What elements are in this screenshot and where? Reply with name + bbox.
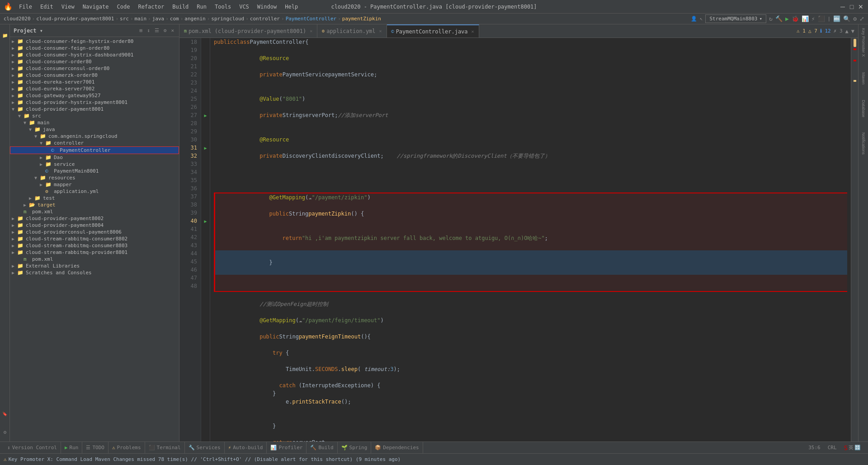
translate-icon[interactable]: 🔤 [833,15,840,22]
build-icon[interactable]: 🔨 [775,15,783,22]
tree-item[interactable]: ▶📁 cloud-consumer-feign-order80 [10,45,179,52]
coverage-icon[interactable]: 📊 [802,15,809,22]
gutter-run-icon[interactable]: ▶ [204,113,207,118]
sidebar-settings-icon[interactable]: ⚙ [162,27,168,34]
tree-item[interactable]: ▶📁 cloud-provider-hystrix-payment8001 [10,99,179,106]
tree-item[interactable]: ▶📁 cloud-eureka-server7002 [10,85,179,92]
tree-item[interactable]: ▼📁 java [10,126,179,133]
gutter-run-icon3[interactable]: ▶ [204,219,207,224]
tree-item-pom-xml[interactable]: m pom.xml [10,208,179,215]
todo-btn[interactable]: ☰ TODO [82,442,108,454]
notifications-icon[interactable]: Notifications [860,131,867,156]
tree-item-payment-controller[interactable]: © PaymentController [10,146,179,154]
tree-item-pom2[interactable]: m pom.xml [10,256,179,263]
stop-icon[interactable]: ⬛ [818,15,825,22]
sidebar-layout-icon[interactable]: ⊞ [138,27,144,34]
menu-edit[interactable]: Edit [37,3,57,11]
project-icon[interactable]: 📁 [1,26,9,44]
breadcrumb-item[interactable]: angenin [184,16,205,22]
menu-file[interactable]: File [15,3,36,11]
sidebar-sort-icon[interactable]: ↕ [146,27,151,34]
database-icon[interactable]: Database [860,98,867,119]
tree-item[interactable]: ▶📁 cloud-consumer-feign-hystrix-order80 [10,38,179,45]
gutter-run-icon2[interactable]: ▶ [204,146,207,150]
close-button[interactable]: ✕ [857,3,864,10]
tree-item-service[interactable]: ▶📁 service [10,161,179,168]
services-btn[interactable]: 🔧 Services [185,442,225,454]
run-config-select[interactable]: StreamMQMain8803 ▾ [705,14,766,23]
breadcrumb-item[interactable]: paymentZipkin [342,16,381,22]
profiler-btn[interactable]: 📊 Profiler [267,442,307,454]
menu-window[interactable]: Window [254,3,280,11]
tree-item-scratches[interactable]: ▶📁 Scratches and Consoles [10,269,179,276]
expand-tab-icon[interactable]: ▲ [845,28,849,34]
run-icon[interactable]: ▶ [785,15,789,22]
structure-icon[interactable]: ⚙ [1,423,9,442]
expand-icon[interactable]: ⤢ [859,15,864,22]
breadcrumb-item[interactable]: controller [250,16,280,22]
bookmarks-icon[interactable]: 🔖 [1,404,9,423]
run-btn[interactable]: ▶ Run [61,442,83,454]
tree-item[interactable]: ▶📁 cloud-consumerzk-order80 [10,72,179,79]
tree-item[interactable]: ▶📁 cloud-stream-rabbitmq-consumer8802 [10,235,179,242]
breadcrumb-item[interactable]: springcloud [211,16,244,22]
tree-item[interactable]: ▶📁 cloud-consumerconsul-order80 [10,65,179,72]
breadcrumb-item[interactable]: cloud2020 [4,16,31,22]
tab-pom-xml[interactable]: m pom.xml (cloud-provider-payment8001) ✕ [179,24,317,38]
dependencies-btn[interactable]: 📦 Dependencies [371,442,423,454]
tree-item-paymentmain[interactable]: © PaymentMain8001 [10,168,179,174]
sidebar-filter-icon[interactable]: ☰ [153,27,160,34]
tree-item[interactable]: ▶📁 cloud-gateway-gateway9527 [10,92,179,99]
search-icon[interactable]: 🔍 [843,15,850,22]
breadcrumb-item[interactable]: cloud-provider-payment8001 [36,16,114,22]
menu-navigate[interactable]: Navigate [79,3,113,11]
tab-payment-controller[interactable]: © PaymentController.java ✕ [387,24,479,38]
tree-item[interactable]: ▶📁 cloud-provider-payment8004 [10,222,179,229]
debug-icon[interactable]: 🐞 [792,15,799,22]
minimize-button[interactable]: ─ [839,3,846,10]
breadcrumb-item[interactable]: main [135,16,147,22]
tree-item[interactable]: ▶📁 cloud-eureka-server7001 [10,79,179,85]
menu-view[interactable]: View [58,3,78,11]
auto-build-btn[interactable]: ⚡ Auto-build [225,442,267,454]
tab-close-pom[interactable]: ✕ [310,28,312,33]
tab-application-yml[interactable]: ⚙ application.yml ✕ [317,24,387,38]
breadcrumb-item[interactable]: PaymentController [286,16,337,22]
tree-item[interactable]: ▼📁 main [10,119,179,126]
refresh-icon[interactable]: ↻ [769,15,773,22]
tree-item-application-yml[interactable]: ⚙ application.yml [10,188,179,195]
breadcrumb-item[interactable]: src [120,16,129,22]
breadcrumb-item[interactable]: java [152,16,165,22]
menu-vcs[interactable]: VCS [236,3,253,11]
menu-code[interactable]: Code [113,3,134,11]
tree-item-resources[interactable]: ▼📁 resources [10,174,179,181]
build-btn[interactable]: 🔨 Build [307,442,337,454]
tree-item-external[interactable]: ▶📁 External Libraries [10,263,179,269]
menu-run[interactable]: Run [193,3,210,11]
tree-item[interactable]: ▶📁 cloud-stream-rabbitmq-provider8801 [10,249,179,256]
tree-item-mapper[interactable]: ▶📁 mapper [10,181,179,188]
menu-tools[interactable]: Tools [211,3,235,11]
problems-btn[interactable]: ⚠ Problems [108,442,145,454]
version-control-btn[interactable]: ↕ Version Control [4,442,61,454]
tab-close-yml[interactable]: ✕ [379,28,382,33]
breadcrumb-item[interactable]: com [170,16,179,22]
tree-item-controller[interactable]: ▼📁 controller [10,140,179,146]
tree-item[interactable]: ▶📁 cloud-providerconsul-payment8006 [10,229,179,235]
menu-help[interactable]: Help [281,3,302,11]
maximize-button[interactable]: □ [848,3,855,10]
tree-item-target[interactable]: ▶📂 target [10,202,179,208]
maven-icon[interactable]: Maven [860,70,867,86]
tree-item[interactable]: ▶📁 cloud-consumer-order80 [10,58,179,65]
tree-item[interactable]: ▶📁 cloud-consumer-hystrix-dashboard9001 [10,52,179,58]
tree-item[interactable]: ▼📁 com.angenin.springcloud [10,133,179,140]
menu-refactor[interactable]: Refactor [134,3,168,11]
menu-build[interactable]: Build [169,3,192,11]
tree-item-dao[interactable]: ▶📁 Dao [10,154,179,161]
tree-item-payment8001[interactable]: ▼📁 cloud-provider-payment8001 [10,106,179,113]
tree-item-test[interactable]: ▶📁 test [10,195,179,202]
terminal-btn[interactable]: ⬛ Terminal [145,442,185,454]
collapse-tab-icon[interactable]: ▼ [851,28,854,34]
tree-item[interactable]: ▶📁 cloud-stream-rabbitmq-consumer8803 [10,242,179,249]
tab-close-controller[interactable]: ✕ [472,29,474,34]
